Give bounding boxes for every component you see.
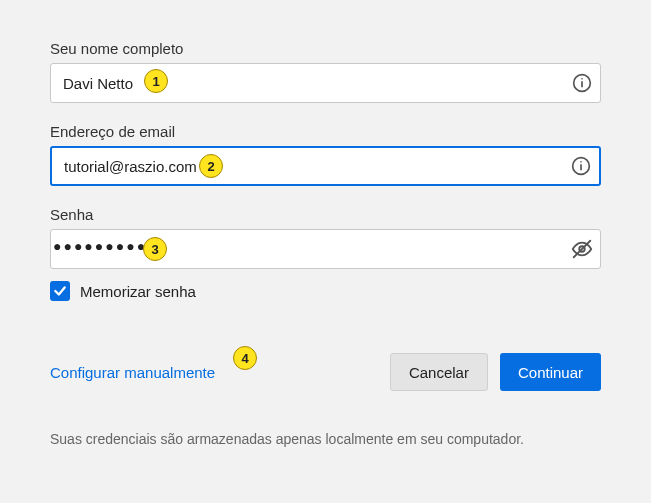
- fullname-group: Seu nome completo: [50, 40, 601, 103]
- credentials-note: Suas credenciais são armazenadas apenas …: [50, 431, 601, 447]
- svg-point-5: [580, 161, 582, 163]
- cancel-button[interactable]: Cancelar: [390, 353, 488, 391]
- remember-checkbox[interactable]: [50, 281, 70, 301]
- password-input[interactable]: ●●●●●●●●●●●: [51, 230, 564, 268]
- email-label: Endereço de email: [50, 123, 601, 140]
- actions-row: Configurar manualmente Cancelar Continua…: [50, 353, 601, 391]
- email-input-wrap[interactable]: [50, 146, 601, 186]
- eye-off-icon[interactable]: [564, 238, 600, 260]
- info-icon[interactable]: [563, 156, 599, 176]
- password-group: Senha ●●●●●●●●●●● Memorizar senha: [50, 206, 601, 301]
- info-icon[interactable]: [564, 73, 600, 93]
- configure-manually-link[interactable]: Configurar manualmente: [50, 364, 215, 381]
- remember-row[interactable]: Memorizar senha: [50, 281, 601, 301]
- remember-label: Memorizar senha: [80, 283, 196, 300]
- fullname-input[interactable]: [51, 64, 564, 102]
- svg-point-2: [581, 78, 583, 80]
- email-group: Endereço de email: [50, 123, 601, 186]
- password-label: Senha: [50, 206, 601, 223]
- fullname-input-wrap[interactable]: [50, 63, 601, 103]
- continue-button[interactable]: Continuar: [500, 353, 601, 391]
- fullname-label: Seu nome completo: [50, 40, 601, 57]
- email-input[interactable]: [52, 148, 563, 184]
- password-input-wrap[interactable]: ●●●●●●●●●●●: [50, 229, 601, 269]
